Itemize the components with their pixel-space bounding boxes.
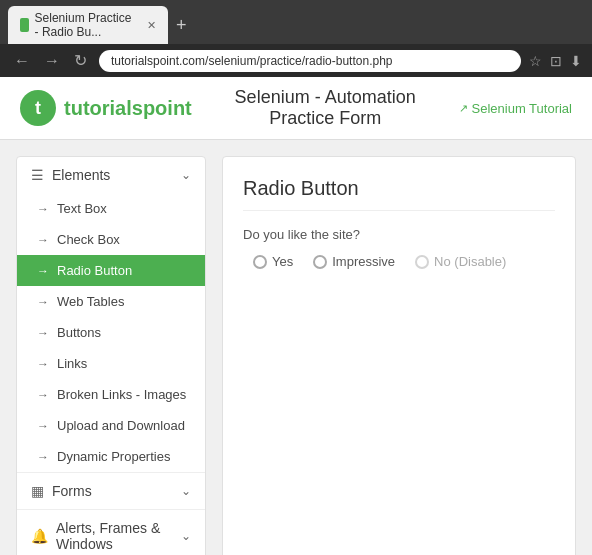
arrow-icon: → <box>37 450 49 464</box>
alerts-label: Alerts, Frames & Windows <box>56 520 181 552</box>
alerts-section-title: 🔔 Alerts, Frames & Windows <box>31 520 181 552</box>
arrow-icon: → <box>37 388 49 402</box>
arrow-icon: → <box>37 233 49 247</box>
bookmark-icon[interactable]: ☆ <box>529 53 542 69</box>
forms-icon: ▦ <box>31 483 44 499</box>
forward-button[interactable]: → <box>40 49 64 72</box>
sidebar-item-dynamic-properties[interactable]: → Dynamic Properties <box>17 441 205 472</box>
alerts-chevron-icon: ⌄ <box>181 529 191 543</box>
main-content: ☰ Elements ⌄ → Text Box → Check Box → Ra… <box>0 140 592 555</box>
browser-chrome: Selenium Practice - Radio Bu... ✕ + ← → … <box>0 0 592 77</box>
arrow-icon: → <box>37 295 49 309</box>
arrow-icon: → <box>37 357 49 371</box>
logo-text: tutorialspoint <box>64 97 192 120</box>
download-icon[interactable]: ⬇ <box>570 53 582 69</box>
sidebar-item-label: Web Tables <box>57 294 124 309</box>
arrow-icon: → <box>37 326 49 340</box>
radio-label-impressive: Impressive <box>332 254 395 269</box>
forms-chevron-icon: ⌄ <box>181 484 191 498</box>
radio-group: Yes Impressive No (Disable) <box>243 254 555 269</box>
logo-icon: t <box>20 90 56 126</box>
tab-close-button[interactable]: ✕ <box>147 19 156 32</box>
sidebar-item-label: Radio Button <box>57 263 132 278</box>
external-link-icon: ↗ <box>459 102 468 115</box>
sidebar-item-radio-button[interactable]: → Radio Button <box>17 255 205 286</box>
forms-section-title: ▦ Forms <box>31 483 92 499</box>
sidebar-item-upload-download[interactable]: → Upload and Download <box>17 410 205 441</box>
radio-input-yes[interactable] <box>253 255 267 269</box>
radio-input-impressive[interactable] <box>313 255 327 269</box>
elements-chevron-icon: ⌄ <box>181 168 191 182</box>
logo: t tutorialspoint <box>20 90 192 126</box>
active-tab[interactable]: Selenium Practice - Radio Bu... ✕ <box>8 6 168 44</box>
sidebar-section-elements: ☰ Elements ⌄ → Text Box → Check Box → Ra… <box>17 157 205 473</box>
content-title: Radio Button <box>243 177 555 211</box>
site-header: t tutorialspoint Selenium - Automation P… <box>0 77 592 140</box>
content-area: Radio Button Do you like the site? Yes I… <box>222 156 576 555</box>
sidebar-item-label: Links <box>57 356 87 371</box>
site-title: Selenium - Automation Practice Form <box>212 87 439 129</box>
arrow-icon: → <box>37 264 49 278</box>
radio-input-no <box>415 255 429 269</box>
logo-letter: t <box>35 98 41 119</box>
radio-label-yes: Yes <box>272 254 293 269</box>
sidebar-item-label: Upload and Download <box>57 418 185 433</box>
tab-bar: Selenium Practice - Radio Bu... ✕ + <box>0 0 592 44</box>
logo-brand-accent: point <box>143 97 192 119</box>
arrow-icon: → <box>37 202 49 216</box>
sidebar: ☰ Elements ⌄ → Text Box → Check Box → Ra… <box>16 156 206 555</box>
sidebar-item-web-tables[interactable]: → Web Tables <box>17 286 205 317</box>
sidebar-section-forms: ▦ Forms ⌄ <box>17 473 205 510</box>
forms-section-header[interactable]: ▦ Forms ⌄ <box>17 473 205 509</box>
back-button[interactable]: ← <box>10 49 34 72</box>
radio-option-impressive[interactable]: Impressive <box>313 254 395 269</box>
content-question: Do you like the site? <box>243 227 555 242</box>
profile-icon[interactable]: ⊡ <box>550 53 562 69</box>
sidebar-item-label: Check Box <box>57 232 120 247</box>
sidebar-item-links[interactable]: → Links <box>17 348 205 379</box>
sidebar-item-label: Dynamic Properties <box>57 449 170 464</box>
selenium-tutorial-link[interactable]: ↗ Selenium Tutorial <box>459 101 572 116</box>
reload-button[interactable]: ↻ <box>70 49 91 72</box>
elements-label: Elements <box>52 167 110 183</box>
elements-section-title: ☰ Elements <box>31 167 110 183</box>
logo-brand-plain: tutorials <box>64 97 143 119</box>
sidebar-item-label: Broken Links - Images <box>57 387 186 402</box>
sidebar-item-broken-links[interactable]: → Broken Links - Images <box>17 379 205 410</box>
sidebar-item-label: Buttons <box>57 325 101 340</box>
nav-buttons: ← → ↻ <box>10 49 91 72</box>
sidebar-section-alerts: 🔔 Alerts, Frames & Windows ⌄ <box>17 510 205 555</box>
sidebar-item-check-box[interactable]: → Check Box <box>17 224 205 255</box>
address-bar: ← → ↻ ☆ ⊡ ⬇ <box>0 44 592 77</box>
sidebar-item-buttons[interactable]: → Buttons <box>17 317 205 348</box>
tab-title: Selenium Practice - Radio Bu... <box>35 11 137 39</box>
forms-label: Forms <box>52 483 92 499</box>
alerts-section-header[interactable]: 🔔 Alerts, Frames & Windows ⌄ <box>17 510 205 555</box>
new-tab-button[interactable]: + <box>168 15 195 36</box>
sidebar-item-label: Text Box <box>57 201 107 216</box>
alerts-icon: 🔔 <box>31 528 48 544</box>
address-input[interactable] <box>99 50 521 72</box>
elements-icon: ☰ <box>31 167 44 183</box>
elements-section-header[interactable]: ☰ Elements ⌄ <box>17 157 205 193</box>
radio-label-no: No (Disable) <box>434 254 506 269</box>
sidebar-item-text-box[interactable]: → Text Box <box>17 193 205 224</box>
selenium-link-text: Selenium Tutorial <box>472 101 572 116</box>
radio-option-no: No (Disable) <box>415 254 506 269</box>
elements-items: → Text Box → Check Box → Radio Button → … <box>17 193 205 472</box>
arrow-icon: → <box>37 419 49 433</box>
address-icons: ☆ ⊡ ⬇ <box>529 53 582 69</box>
radio-option-yes[interactable]: Yes <box>253 254 293 269</box>
tab-favicon <box>20 18 29 32</box>
